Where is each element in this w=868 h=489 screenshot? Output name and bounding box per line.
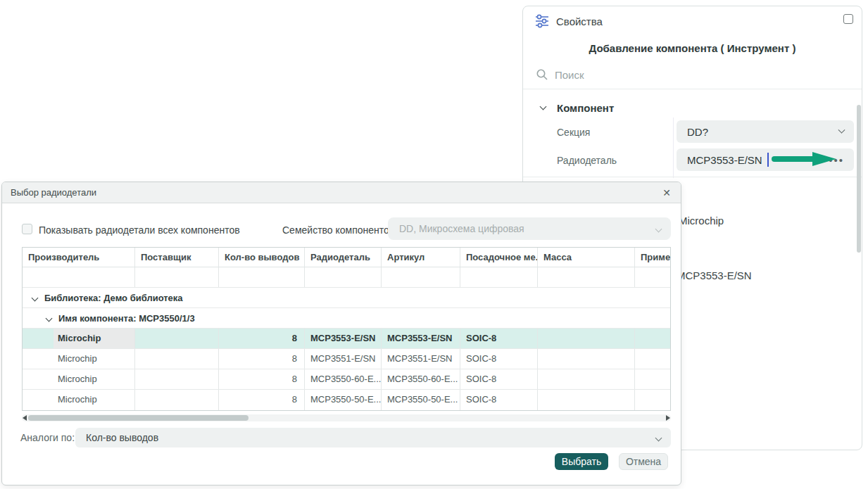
panel-pin-checkbox[interactable] — [843, 14, 853, 24]
text-caret — [767, 153, 769, 167]
cell-footprint: SOIC-8 — [460, 329, 538, 348]
col-supplier[interactable]: Поставщик — [135, 248, 219, 267]
cell-mass — [538, 390, 635, 410]
scroll-right-icon[interactable] — [666, 415, 670, 421]
chevron-down-icon — [655, 225, 662, 232]
cell-pins: 8 — [219, 369, 305, 389]
col-note[interactable]: Примеч — [635, 248, 670, 267]
cell-note — [635, 390, 670, 410]
table-row[interactable]: Microchip 8 MCP3551-E/SN MCP3551-E/SN SO… — [23, 349, 670, 369]
cell-mass — [538, 329, 635, 348]
row-indent — [23, 329, 54, 348]
horizontal-scrollbar[interactable] — [22, 414, 671, 421]
row-indent — [23, 369, 54, 389]
search-input[interactable] — [532, 64, 854, 85]
cell-manufacturer: Microchip — [54, 369, 134, 389]
chevron-down-icon — [46, 315, 53, 322]
section-label: Компонент — [557, 102, 614, 114]
select-button[interactable]: Выбрать — [555, 453, 608, 470]
filter-cell[interactable] — [382, 267, 460, 287]
section-component[interactable]: Компонент — [523, 101, 862, 116]
family-label: Семейство компонентов : — [282, 224, 400, 236]
cell-manufacturer: Microchip — [54, 349, 134, 369]
properties-panel-header: Свойства — [523, 6, 862, 37]
col-manufacturer[interactable]: Производитель — [23, 248, 135, 267]
section-dropdown[interactable]: DD? — [677, 120, 854, 143]
group-row-library[interactable]: Библиотека: Демо библиотека — [23, 288, 670, 308]
dialog-titlebar: Выбор радиодетали ✕ — [2, 182, 681, 203]
filter-cell[interactable] — [23, 267, 135, 287]
cell-article: MCP3551-E/SN — [382, 349, 460, 369]
cell-note — [635, 329, 670, 348]
close-icon[interactable]: ✕ — [658, 182, 675, 203]
part-field-value: MCP3553-E/SN — [677, 154, 762, 166]
cell-footprint: SOIC-8 — [460, 369, 538, 389]
group-row-component[interactable]: Имя компонента: MCP3550/1/3 — [23, 308, 670, 329]
screen: Свойства Добавление компонента ( Инструм… — [0, 0, 868, 489]
cell-manufacturer: Microchip — [54, 329, 134, 348]
cell-part: MCP3553-E/SN — [305, 329, 382, 348]
filter-cell[interactable] — [635, 267, 670, 287]
cell-part: MCP3550-50-E... — [305, 390, 382, 410]
form-title: Добавление компонента ( Инструмент ) — [523, 42, 862, 54]
show-all-label: Показывать радиодетали всех компонентов — [39, 224, 240, 236]
divider — [523, 89, 862, 89]
cell-note — [635, 349, 670, 369]
cell-article: MCP3553-E/SN — [382, 329, 460, 348]
col-article[interactable]: Артикул — [382, 248, 460, 267]
filter-cell[interactable] — [135, 267, 219, 287]
cell-manufacturer: Microchip — [54, 390, 134, 410]
cell-mass — [538, 369, 635, 389]
filter-cell[interactable] — [219, 267, 305, 287]
dialog-title: Выбор радиодетали — [11, 182, 96, 203]
cell-supplier — [135, 369, 219, 389]
group-label: Библиотека: Демо библиотека — [44, 293, 183, 303]
chevron-down-icon — [838, 126, 845, 133]
analogs-dropdown[interactable]: Кол-во выводов — [75, 428, 671, 447]
cancel-button[interactable]: Отмена — [619, 453, 668, 470]
col-footprint[interactable]: Посадочное ме... — [460, 248, 538, 267]
cell-pins: 8 — [219, 349, 305, 369]
col-mass[interactable]: Масса — [538, 248, 635, 267]
horizontal-scrollbar-thumb[interactable] — [28, 415, 249, 421]
analogs-label: Аналоги по: — [20, 432, 75, 443]
cell-note — [635, 369, 670, 389]
table-row[interactable]: Microchip 8 MCP3550-50-E... MCP3550-50-E… — [23, 390, 670, 410]
sliders-icon — [534, 13, 550, 29]
filter-cell[interactable] — [460, 267, 538, 287]
chevron-down-icon — [32, 294, 39, 301]
row-indent — [23, 349, 54, 369]
family-dropdown[interactable]: DD, Микросхема цифровая — [388, 217, 671, 240]
cell-supplier — [135, 329, 219, 348]
col-pins[interactable]: Кол-во выводов — [219, 248, 305, 267]
manufacturer-value-peek: Microchip — [679, 215, 724, 227]
table-filter-row — [23, 267, 670, 288]
divider — [523, 177, 862, 177]
table-header-row: Производитель Поставщик Кол-во выводов Р… — [23, 248, 670, 267]
cell-part: MCP3551-E/SN — [305, 349, 382, 369]
cell-part: MCP3550-60-E... — [305, 369, 382, 389]
family-dropdown-value: DD, Микросхема цифровая — [388, 223, 524, 234]
search-box — [532, 64, 854, 85]
row-indent — [23, 390, 54, 410]
col-part[interactable]: Радиодеталь — [305, 248, 382, 267]
part-field[interactable]: MCP3553-E/SN ••• — [677, 148, 854, 171]
vertical-scrollbar-thumb[interactable] — [857, 105, 861, 253]
cell-pins: 8 — [219, 329, 305, 348]
ellipsis-button[interactable]: ••• — [829, 154, 844, 166]
parts-table: Производитель Поставщик Кол-во выводов Р… — [22, 247, 671, 411]
group-label: Имя компонента: MCP3550/1/3 — [58, 313, 195, 324]
show-all-checkbox[interactable] — [22, 224, 32, 234]
section-field-label: Секция — [557, 127, 590, 138]
table-row[interactable]: Microchip 8 MCP3553-E/SN MCP3553-E/SN SO… — [23, 329, 670, 349]
cell-supplier — [135, 349, 219, 369]
filter-cell[interactable] — [538, 267, 635, 287]
scroll-left-icon[interactable] — [23, 415, 27, 421]
cell-supplier — [135, 390, 219, 410]
analogs-dropdown-value: Кол-во выводов — [75, 432, 158, 443]
filter-cell[interactable] — [305, 267, 382, 287]
section-dropdown-value: DD? — [677, 126, 708, 138]
part-value-peek: MCP3553-E/SN — [677, 269, 752, 281]
cell-article: MCP3550-50-E... — [382, 390, 460, 410]
table-row[interactable]: Microchip 8 MCP3550-60-E... MCP3550-60-E… — [23, 369, 670, 390]
